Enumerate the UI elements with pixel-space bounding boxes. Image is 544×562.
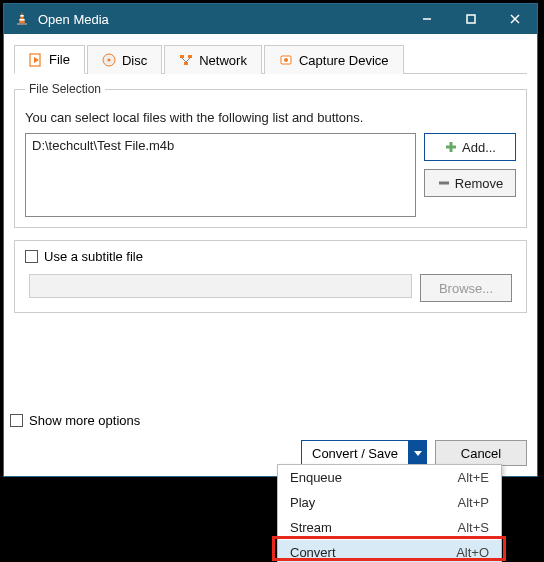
tab-capture[interactable]: Capture Device	[264, 45, 404, 74]
menu-item-shortcut: Alt+P	[458, 495, 489, 510]
dropdown-caret[interactable]	[408, 441, 426, 465]
remove-button[interactable]: Remove	[424, 169, 516, 197]
subtitle-checkbox-label: Use a subtitle file	[44, 249, 143, 264]
tab-disc[interactable]: Disc	[87, 45, 162, 74]
titlebar: Open Media	[4, 4, 537, 34]
file-list[interactable]: D:\techcult\Test File.m4b	[25, 133, 416, 217]
convert-save-button[interactable]: Convert / Save	[301, 440, 427, 466]
file-selection-legend: File Selection	[25, 82, 105, 96]
network-icon	[179, 53, 193, 67]
svg-point-11	[107, 59, 110, 62]
menu-item-label: Enqueue	[290, 470, 458, 485]
footer-options: Show more options	[10, 413, 531, 428]
svg-rect-12	[180, 55, 184, 58]
disc-icon	[102, 53, 116, 67]
maximize-button[interactable]	[449, 4, 493, 34]
svg-line-15	[182, 58, 186, 62]
menu-item-label: Stream	[290, 520, 458, 535]
svg-rect-13	[188, 55, 192, 58]
capture-icon	[279, 53, 293, 67]
add-button[interactable]: Add...	[424, 133, 516, 161]
file-selection-hint: You can select local files with the foll…	[25, 110, 516, 125]
tab-capture-label: Capture Device	[299, 53, 389, 68]
tab-network-label: Network	[199, 53, 247, 68]
svg-rect-2	[19, 19, 24, 21]
menu-item-enqueue[interactable]: Enqueue Alt+E	[278, 465, 501, 490]
cancel-button-label: Cancel	[461, 446, 501, 461]
show-more-checkbox[interactable]	[10, 414, 23, 427]
subtitle-section: Use a subtitle file Browse...	[14, 240, 527, 313]
subtitle-path-input	[29, 274, 412, 298]
tab-strip: File Disc Network Capture Device	[14, 44, 527, 74]
cancel-button[interactable]: Cancel	[435, 440, 527, 466]
menu-item-shortcut: Alt+E	[458, 470, 489, 485]
open-media-window: Open Media File Disc Network Capture Dev…	[3, 3, 538, 477]
tab-file-label: File	[49, 52, 70, 67]
tab-file[interactable]: File	[14, 45, 85, 74]
convert-save-menu: Enqueue Alt+E Play Alt+P Stream Alt+S Co…	[277, 464, 502, 562]
svg-marker-0	[19, 12, 25, 23]
tab-network[interactable]: Network	[164, 45, 262, 74]
menu-item-convert[interactable]: Convert Alt+O	[278, 540, 501, 562]
vlc-icon	[14, 11, 30, 27]
window-title: Open Media	[38, 12, 405, 27]
svg-rect-3	[17, 23, 27, 25]
file-selection-section: File Selection You can select local file…	[14, 82, 527, 228]
svg-marker-22	[414, 451, 422, 456]
minimize-button[interactable]	[405, 4, 449, 34]
browse-button-label: Browse...	[439, 281, 493, 296]
list-item[interactable]: D:\techcult\Test File.m4b	[32, 138, 409, 153]
menu-item-label: Convert	[290, 545, 456, 560]
subtitle-checkbox[interactable]	[25, 250, 38, 263]
add-button-label: Add...	[462, 140, 496, 155]
show-more-label: Show more options	[29, 413, 140, 428]
close-button[interactable]	[493, 4, 537, 34]
menu-item-stream[interactable]: Stream Alt+S	[278, 515, 501, 540]
menu-item-shortcut: Alt+O	[456, 545, 489, 560]
convert-save-label: Convert / Save	[302, 446, 408, 461]
menu-item-shortcut: Alt+S	[458, 520, 489, 535]
content-area: File Disc Network Capture Device File Se…	[4, 34, 537, 413]
tab-disc-label: Disc	[122, 53, 147, 68]
svg-rect-14	[184, 62, 188, 65]
remove-button-label: Remove	[455, 176, 503, 191]
svg-rect-5	[467, 15, 475, 23]
plus-icon	[444, 140, 458, 154]
menu-item-label: Play	[290, 495, 458, 510]
browse-button: Browse...	[420, 274, 512, 302]
chevron-down-icon	[414, 449, 422, 457]
minus-icon	[437, 176, 451, 190]
svg-rect-1	[20, 15, 24, 17]
svg-point-18	[284, 58, 288, 62]
svg-line-16	[186, 58, 190, 62]
menu-item-play[interactable]: Play Alt+P	[278, 490, 501, 515]
file-icon	[29, 53, 43, 67]
